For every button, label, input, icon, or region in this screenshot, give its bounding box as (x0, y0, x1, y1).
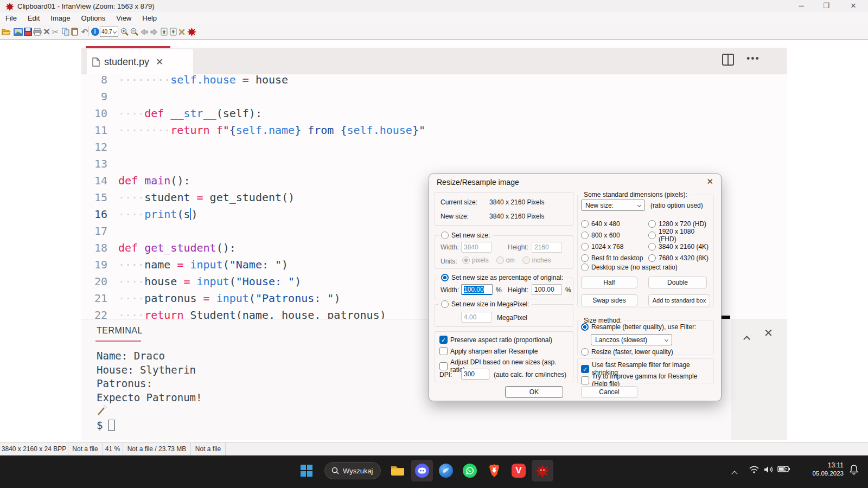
set-new-size-radio-row[interactable]: Set new size: (438, 232, 493, 239)
previous-image-icon[interactable] (139, 27, 149, 37)
menu-options[interactable]: Options (76, 12, 111, 24)
dialog-close-icon[interactable]: ✕ (706, 177, 713, 187)
code-line-13[interactable]: 13 (81, 156, 731, 172)
height-field[interactable]: 2160 (532, 242, 562, 253)
irfanview-icon[interactable] (187, 27, 196, 37)
unit-radio-pixels[interactable]: pixels (462, 256, 489, 264)
radio[interactable] (648, 232, 656, 239)
pct-height-field[interactable]: 100.00 (532, 284, 562, 295)
gamma-row[interactable]: Try to improve gamma for Resample (Help … (581, 373, 713, 388)
battery-icon[interactable] (777, 465, 790, 475)
terminal-output[interactable]: Name: DracoHouse: SlytherinPatronus:Expe… (97, 349, 202, 432)
standard-dim-7680x4320(8k)[interactable]: 7680 x 4320 (8K) (648, 252, 713, 264)
radio[interactable] (581, 232, 589, 239)
standard-dim-1920x1080(fhd)[interactable]: 1920 x 1080 (FHD) (648, 229, 713, 241)
unit-radio-inches[interactable]: inches (522, 256, 551, 264)
taskbar-whatsapp-icon[interactable] (459, 460, 481, 481)
dpi-field[interactable]: 300 (461, 369, 489, 380)
half-button[interactable]: Half (581, 277, 637, 288)
settings-icon[interactable] (177, 27, 187, 37)
code-line-11[interactable]: 11········return f"{self.name} from {sel… (81, 122, 731, 139)
taskbar-thunderbird-icon[interactable] (435, 460, 457, 481)
taskbar-irfanview-icon[interactable] (532, 460, 553, 481)
wifi-icon[interactable] (749, 465, 760, 476)
code-line-9[interactable]: 9 (81, 88, 731, 105)
preserve-ratio-checkbox[interactable]: ✓ (439, 336, 448, 344)
start-button[interactable] (296, 460, 317, 481)
menu-view[interactable]: View (111, 12, 137, 24)
percentage-radio-row[interactable]: Set new size as percentage of original: (438, 274, 566, 281)
zoom-combo[interactable]: 40.7 (100, 27, 118, 37)
radio[interactable] (648, 220, 656, 228)
radio[interactable] (581, 220, 589, 228)
standard-dim-bestfittodesktop[interactable]: Best fit to desktop (581, 252, 643, 264)
taskbar-brave-icon[interactable] (483, 460, 505, 481)
preserve-ratio-row[interactable]: ✓Preserve aspect ratio (proportional) (439, 336, 552, 344)
radio[interactable] (648, 254, 656, 262)
menu-help[interactable]: Help (137, 12, 162, 24)
swap-sides-button[interactable]: Swap sides (581, 294, 637, 306)
ok-button[interactable]: OK (505, 386, 563, 398)
radio[interactable] (581, 243, 589, 251)
unit-radio-cm[interactable]: cm (496, 256, 515, 264)
split-editor-icon[interactable] (722, 53, 735, 66)
taskbar-vivaldi-icon[interactable]: V (508, 460, 529, 481)
paste-icon[interactable] (70, 27, 80, 37)
close-button[interactable]: ✕ (845, 2, 861, 11)
minimize-button[interactable]: ─ (793, 2, 809, 11)
tray-chevron-up-icon[interactable] (732, 468, 737, 478)
resample-row[interactable]: Resample (better quality), use Filter: (581, 323, 696, 331)
standard-dim-1024x768[interactable]: 1024 x 768 (581, 241, 643, 252)
standard-size-dropdown[interactable]: New size: (581, 200, 645, 211)
zoom-out-icon[interactable] (130, 27, 139, 37)
megapixel-radio[interactable] (441, 300, 449, 308)
menu-edit[interactable]: Edit (22, 12, 45, 24)
standard-dim-3840x2160(4k)[interactable]: 3840 x 2160 (4K) (648, 241, 713, 252)
gamma-checkbox[interactable] (581, 376, 589, 384)
add-standard-box-button[interactable]: Add to standard box (648, 294, 710, 306)
info-icon[interactable]: i (90, 27, 100, 37)
search-box[interactable]: Wyszukaj (324, 462, 381, 479)
taskbar-explorer-icon[interactable] (387, 460, 409, 481)
more-actions-icon[interactable]: ••• (746, 53, 760, 65)
code-line-10[interactable]: 10····def __str__(self): (81, 105, 731, 122)
slideshow-icon[interactable] (13, 27, 23, 37)
sharpen-row[interactable]: Apply sharpen after Resample (439, 347, 538, 355)
filter-dropdown[interactable]: Lanczos (slowest) (591, 334, 672, 345)
panel-maximize-icon[interactable] (744, 334, 749, 344)
standard-dim-640x480[interactable]: 640 x 480 (581, 218, 643, 229)
code-line-8[interactable]: 8········self.house = house (81, 72, 731, 88)
percentage-radio[interactable] (441, 274, 449, 281)
clock[interactable]: 13:11 05.09.2023 (795, 461, 844, 478)
megapixel-field[interactable]: 4.00 (461, 312, 492, 323)
standard-dim-800x600[interactable]: 800 x 600 (581, 229, 643, 241)
copy-icon[interactable] (61, 27, 71, 37)
adjust-dpi-checkbox[interactable] (439, 362, 448, 370)
resize-radio[interactable] (581, 348, 589, 356)
notifications-bell-icon[interactable] (849, 464, 859, 477)
panel-close-icon[interactable]: ✕ (764, 326, 773, 339)
open-icon[interactable] (1, 27, 11, 37)
desktop-size-row[interactable]: Desktop size (no aspect ratio) (581, 264, 678, 271)
code-line-12[interactable]: 12 (81, 139, 731, 156)
terminal-tab-label[interactable]: TERMINAL (97, 326, 143, 336)
cut-icon[interactable]: ✂ (50, 27, 60, 37)
print-icon[interactable] (33, 27, 42, 37)
resize-row[interactable]: Resize (faster, lower quality) (581, 348, 673, 356)
cancel-button[interactable]: Cancel (581, 386, 637, 398)
fast-filter-checkbox[interactable]: ✓ (581, 365, 589, 373)
zoom-in-icon[interactable] (120, 27, 130, 37)
taskbar-discord-icon[interactable] (411, 460, 433, 481)
sharpen-checkbox[interactable] (439, 347, 448, 355)
menu-image[interactable]: Image (45, 12, 75, 24)
save-icon[interactable] (23, 27, 33, 37)
volume-icon[interactable] (763, 465, 774, 476)
desktop-size-radio[interactable] (581, 264, 589, 271)
radio[interactable] (581, 254, 589, 262)
menu-file[interactable]: File (0, 12, 22, 24)
width-field[interactable]: 3840 (461, 242, 492, 253)
radio[interactable] (648, 243, 656, 251)
pct-width-field[interactable]: 100.00 (461, 284, 493, 295)
megapixel-radio-row[interactable]: Set new size in MegaPixel: (438, 300, 532, 308)
next-image-icon[interactable] (149, 27, 159, 37)
